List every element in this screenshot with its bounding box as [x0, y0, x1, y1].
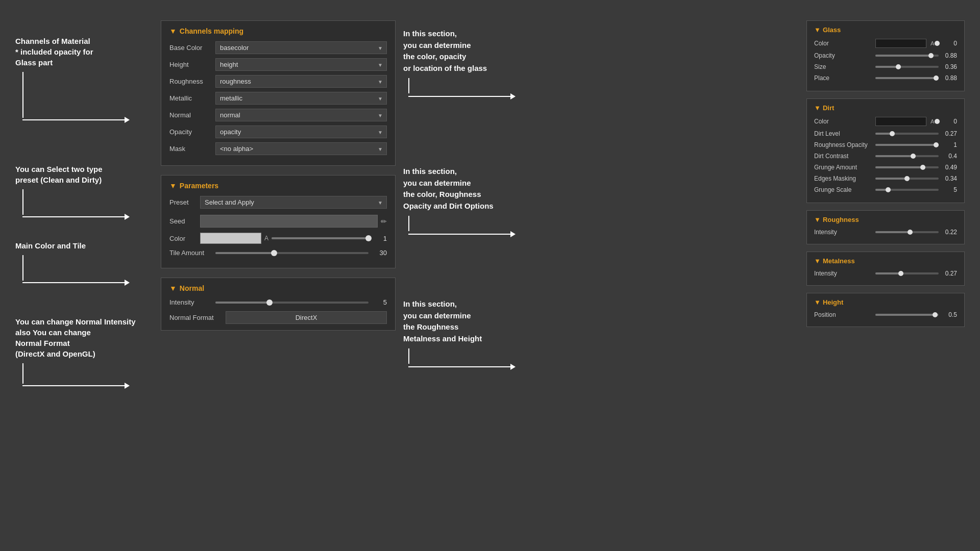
- select-basecolor[interactable]: basecolor: [215, 41, 387, 54]
- glass-header: ▼ Glass: [814, 26, 957, 34]
- preset-select[interactable]: Select and Apply: [200, 196, 387, 209]
- grunge-amount-slider-wrap: 0.49: [875, 164, 957, 171]
- select-opacity[interactable]: opacity: [215, 126, 387, 138]
- select-mask[interactable]: <no alpha>: [215, 142, 387, 155]
- roughness-title: Roughness: [823, 216, 859, 223]
- height-position-value: 0.5: [942, 311, 957, 318]
- glass-opacity-label: Opacity: [814, 52, 875, 59]
- height-position-slider[interactable]: [875, 314, 939, 316]
- roughness-opacity-slider-wrap: 1: [875, 141, 957, 148]
- color-alpha-slider[interactable]: [272, 234, 369, 242]
- roughness-opacity-value: 1: [942, 141, 957, 148]
- field-roughness: Roughness roughness: [169, 75, 387, 88]
- seed-label: Seed: [169, 217, 200, 225]
- grunge-amount-row: Grunge Amount 0.49: [814, 164, 957, 171]
- select-normal[interactable]: normal: [215, 109, 387, 121]
- normal-intensity-label: Intensity: [169, 298, 215, 306]
- metalness-intensity-row: Intensity 0.27: [814, 270, 957, 277]
- glass-opacity-slider[interactable]: [875, 55, 939, 57]
- dirt-collapse-icon[interactable]: ▼: [814, 104, 821, 112]
- preset-row: Preset Select and Apply: [169, 196, 387, 209]
- normal-intensity-row: Intensity 5: [169, 298, 387, 306]
- dirt-contrast-slider[interactable]: [875, 155, 939, 157]
- metalness-intensity-slider[interactable]: [875, 272, 939, 274]
- right-panel: ▼ Glass Color A 0 Opacity 0: [806, 20, 965, 334]
- select-height-input[interactable]: height: [215, 58, 387, 71]
- label-basecolor: Base Color: [169, 44, 215, 52]
- dirt-color-label: Color: [814, 118, 875, 125]
- normal-section: ▼ Normal Intensity 5 Normal Format Direc…: [161, 278, 396, 331]
- select-opacity-input[interactable]: opacity: [215, 126, 387, 138]
- annotation-channels: Channels of Material * included opacity …: [15, 36, 153, 123]
- metalness-intensity-slider-wrap: 0.27: [875, 270, 957, 277]
- metalness-section: ▼ Metalness Intensity 0.27: [806, 252, 965, 286]
- normal-format-display[interactable]: DirectX: [226, 311, 387, 324]
- select-roughness-input[interactable]: roughness: [215, 75, 387, 88]
- normal-intensity-slider[interactable]: [215, 302, 369, 304]
- glass-color-row: Color A 0: [814, 39, 957, 48]
- select-height[interactable]: height: [215, 58, 387, 71]
- roughness-opacity-label: Roughness Opacity: [814, 141, 875, 148]
- glass-size-slider-wrap: 0.36: [875, 63, 957, 70]
- roughness-intensity-row: Intensity 0.22: [814, 229, 957, 236]
- tile-amount-slider[interactable]: [215, 252, 369, 254]
- grunge-scale-row: Grunge Scale 5: [814, 186, 957, 193]
- preset-select-input[interactable]: Select and Apply: [200, 196, 387, 209]
- select-metallic-input[interactable]: metallic: [215, 92, 387, 105]
- glass-place-row: Place 0.88: [814, 74, 957, 82]
- label-opacity: Opacity: [169, 128, 215, 136]
- height-section-panel: ▼ Height Position 0.5: [806, 293, 965, 327]
- grunge-scale-slider[interactable]: [875, 189, 939, 191]
- roughness-collapse-icon[interactable]: ▼: [814, 216, 821, 223]
- center-annotations: In this section,you can determinethe col…: [403, 28, 523, 370]
- label-normal: Normal: [169, 111, 215, 119]
- normal-intensity-value: 5: [372, 298, 387, 306]
- color-swatch[interactable]: [200, 233, 261, 244]
- alpha-label: A: [264, 235, 268, 242]
- dirt-alpha-indicator: A: [930, 118, 934, 124]
- annot-dirt-arrow: [408, 216, 523, 237]
- edges-masking-slider-wrap: 0.34: [875, 175, 957, 182]
- color-param-content: A 1: [200, 233, 387, 244]
- seed-edit-icon[interactable]: ✏: [381, 217, 387, 226]
- label-metallic: Metallic: [169, 94, 215, 102]
- tile-amount-value: 30: [372, 249, 387, 257]
- grunge-amount-slider[interactable]: [875, 166, 939, 168]
- dirt-color-slider[interactable]: [936, 120, 940, 122]
- select-basecolor-input[interactable]: basecolor: [215, 41, 387, 54]
- dirt-contrast-value: 0.4: [942, 153, 957, 160]
- height-collapse-icon[interactable]: ▼: [814, 298, 821, 306]
- roughness-header: ▼ Roughness: [814, 216, 957, 223]
- roughness-opacity-slider[interactable]: [875, 144, 939, 146]
- glass-size-slider[interactable]: [875, 66, 939, 68]
- roughness-intensity-label: Intensity: [814, 229, 875, 236]
- roughness-intensity-slider[interactable]: [875, 231, 939, 233]
- select-metallic[interactable]: metallic: [215, 92, 387, 105]
- color-param-row: Color A 1: [169, 233, 387, 244]
- metalness-collapse-icon[interactable]: ▼: [814, 257, 821, 265]
- seed-input[interactable]: Random: [200, 215, 378, 228]
- select-normal-input[interactable]: normal: [215, 109, 387, 121]
- glass-color-swatch[interactable]: [875, 39, 926, 48]
- glass-place-slider[interactable]: [875, 77, 939, 79]
- dirt-color-swatch[interactable]: [875, 117, 926, 126]
- parameters-section: ▼ Parameters Preset Select and Apply See…: [161, 175, 396, 268]
- edges-masking-slider[interactable]: [875, 178, 939, 180]
- parameters-collapse-icon[interactable]: ▼: [169, 182, 177, 190]
- dirt-color-value: 0: [942, 118, 957, 125]
- glass-collapse-icon[interactable]: ▼: [814, 26, 821, 34]
- glass-color-slider[interactable]: [936, 42, 940, 44]
- select-roughness[interactable]: roughness: [215, 75, 387, 88]
- channels-collapse-icon[interactable]: ▼: [169, 27, 177, 35]
- grunge-scale-label: Grunge Scale: [814, 186, 875, 193]
- annotation-preset: You can Select two type preset (Clean an…: [15, 164, 153, 220]
- glass-size-value: 0.36: [942, 63, 957, 70]
- glass-size-label: Size: [814, 63, 875, 70]
- color-alpha-value: 1: [372, 235, 387, 242]
- annotation-color-tile-text: Main Color and Tile: [15, 240, 153, 251]
- dirt-level-slider[interactable]: [875, 133, 939, 135]
- parameters-title: Parameters: [180, 182, 218, 190]
- select-mask-input[interactable]: <no alpha>: [215, 142, 387, 155]
- roughness-intensity-slider-wrap: 0.22: [875, 229, 957, 236]
- normal-collapse-icon[interactable]: ▼: [169, 284, 177, 292]
